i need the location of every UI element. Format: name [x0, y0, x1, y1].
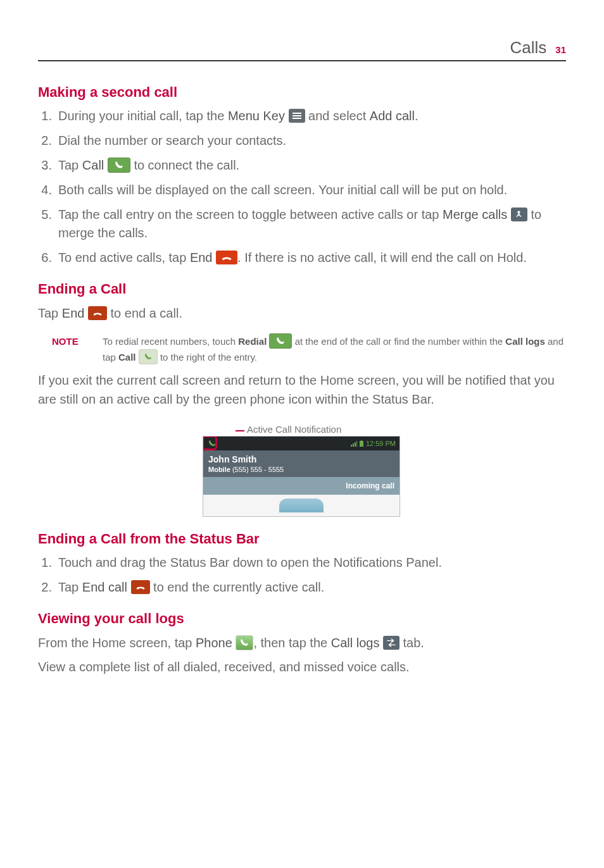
- step-number: 1.: [38, 107, 52, 125]
- step-text: Dial the number or search your contacts.: [58, 132, 566, 150]
- heading-call-logs: Viewing your call logs: [38, 611, 566, 627]
- step-5: 5. Tap the call entry on the screen to t…: [38, 206, 566, 242]
- text-fragment: .: [415, 109, 418, 123]
- text-fragment: . If there is no active call, it will en…: [237, 251, 527, 264]
- figure-screenshot: 12:59 PM John Smith Mobile (555) 555 - 5…: [203, 436, 400, 517]
- figure-label: Active Call Notification: [247, 424, 401, 435]
- text-fragment: During your initial call, tap the: [58, 109, 228, 123]
- svg-rect-2: [293, 118, 301, 119]
- step-text: Tap End call to end the currently active…: [58, 578, 566, 597]
- call-icon: [108, 158, 130, 173]
- bold-fragment: Call: [82, 158, 108, 172]
- step-text: To end active calls, tap End . If there …: [58, 249, 566, 267]
- end-call-icon: [88, 306, 107, 320]
- bold-fragment: End: [62, 306, 88, 320]
- step-text: Both calls will be displayed on the call…: [58, 181, 566, 199]
- text-fragment: and select: [305, 109, 370, 123]
- step-number: 2.: [38, 578, 52, 597]
- phone-app-icon: [236, 635, 253, 650]
- figure-callout-circle: [203, 436, 217, 450]
- ending-paragraph: If you exit the current call screen and …: [38, 371, 566, 409]
- text-fragment: To end active calls, tap: [58, 251, 190, 264]
- status-right: 12:59 PM: [351, 440, 396, 447]
- end-call-icon: [216, 251, 237, 264]
- svg-rect-8: [361, 440, 362, 441]
- text-fragment: to connect the call.: [130, 158, 239, 172]
- step-text: Tap the call entry on the screen to togg…: [58, 206, 566, 242]
- step-6: 6. To end active calls, tap End . If the…: [38, 249, 566, 267]
- step-text: During your initial call, tap the Menu K…: [58, 107, 566, 125]
- header-page-number: 31: [555, 44, 566, 55]
- bold-fragment: Call logs: [505, 336, 545, 347]
- note-block: NOTE To redial recent numbers, touch Red…: [52, 334, 566, 366]
- note-label: NOTE: [52, 334, 90, 366]
- step-text: Tap Call to connect the call.: [58, 156, 566, 175]
- note-text: To redial recent numbers, touch Redial a…: [103, 334, 566, 366]
- step-number: 5.: [38, 206, 52, 224]
- text-fragment: To redial recent numbers, touch: [103, 336, 238, 347]
- bold-fragment: End call: [82, 580, 131, 594]
- battery-icon: [360, 440, 363, 447]
- statusbar-step-2: 2. Tap End call to end the currently act…: [38, 578, 566, 597]
- figure-active-call: Active Call Notification 12:59 PM John S…: [203, 424, 401, 517]
- text-fragment: to end a call.: [107, 306, 182, 320]
- status-time: 12:59 PM: [366, 440, 396, 447]
- bold-fragment: End: [190, 251, 216, 264]
- figure-swipe-handle: [279, 499, 324, 512]
- redial-icon: [269, 333, 292, 349]
- figure-caller-type: Mobile: [208, 466, 230, 473]
- svg-rect-1: [293, 115, 301, 116]
- text-fragment: to end the currently active call.: [150, 580, 325, 594]
- step-2: 2. Dial the number or search your contac…: [38, 132, 566, 150]
- ending-call-line: Tap End to end a call.: [38, 304, 566, 323]
- step-text: Touch and drag the Status Bar down to op…: [58, 554, 566, 572]
- text-fragment: , then tap the: [253, 636, 330, 650]
- step-number: 6.: [38, 249, 52, 267]
- figure-caller-number: Mobile (555) 555 - 5555: [208, 466, 394, 473]
- text-fragment: Tap: [58, 580, 82, 594]
- svg-rect-3: [351, 445, 352, 447]
- heading-ending-call: Ending a Call: [38, 281, 566, 297]
- menu-key-icon: [289, 109, 305, 123]
- bold-fragment: Phone: [196, 636, 236, 650]
- call-logs-line2: View a complete list of all dialed, rece…: [38, 657, 566, 676]
- text-fragment: Tap: [58, 158, 82, 172]
- figure-caller-name: John Smith: [208, 454, 394, 464]
- text-fragment: tab.: [400, 636, 424, 650]
- text-fragment: Tap the call entry on the screen to togg…: [58, 208, 443, 221]
- end-call-icon: [131, 580, 150, 594]
- bold-fragment: Merge calls: [443, 208, 511, 221]
- bold-fragment: Redial: [238, 336, 269, 347]
- text-fragment: From the Home screen, tap: [38, 636, 196, 650]
- svg-rect-7: [360, 441, 363, 447]
- step-number: 1.: [38, 554, 52, 572]
- svg-rect-0: [293, 113, 301, 114]
- manual-page: Calls 31 Making a second call 1. During …: [0, 0, 604, 707]
- page-header: Calls 31: [38, 38, 566, 61]
- signal-icon: [351, 440, 357, 447]
- step-3: 3. Tap Call to connect the call.: [38, 156, 566, 175]
- text-fragment: Tap: [38, 306, 62, 320]
- step-1: 1. During your initial call, tap the Men…: [38, 107, 566, 125]
- statusbar-step-1: 1. Touch and drag the Status Bar down to…: [38, 554, 566, 572]
- svg-rect-5: [355, 442, 356, 447]
- bold-fragment: Call logs: [331, 636, 383, 650]
- text-fragment: at the end of the call or find the numbe…: [292, 336, 505, 347]
- bold-fragment: Call: [118, 352, 139, 363]
- svg-rect-6: [356, 441, 357, 447]
- svg-rect-4: [353, 443, 354, 447]
- header-section: Calls: [510, 38, 547, 58]
- figure-caller-bar: John Smith Mobile (555) 555 - 5555: [203, 450, 400, 477]
- text-fragment: to the right of the entry.: [158, 352, 257, 363]
- call-small-icon: [139, 349, 158, 364]
- heading-status-bar: Ending a Call from the Status Bar: [38, 531, 566, 547]
- step-number: 4.: [38, 181, 52, 199]
- figure-status-bar: 12:59 PM: [203, 437, 400, 450]
- bold-fragment: Add call: [370, 109, 415, 123]
- figure-caller-num: (555) 555 - 5555: [232, 466, 284, 473]
- call-logs-line1: From the Home screen, tap Phone , then t…: [38, 633, 566, 652]
- step-number: 3.: [38, 156, 52, 175]
- figure-swipe-area: [203, 495, 400, 516]
- bold-fragment: Menu Key: [228, 109, 289, 123]
- step-number: 2.: [38, 132, 52, 150]
